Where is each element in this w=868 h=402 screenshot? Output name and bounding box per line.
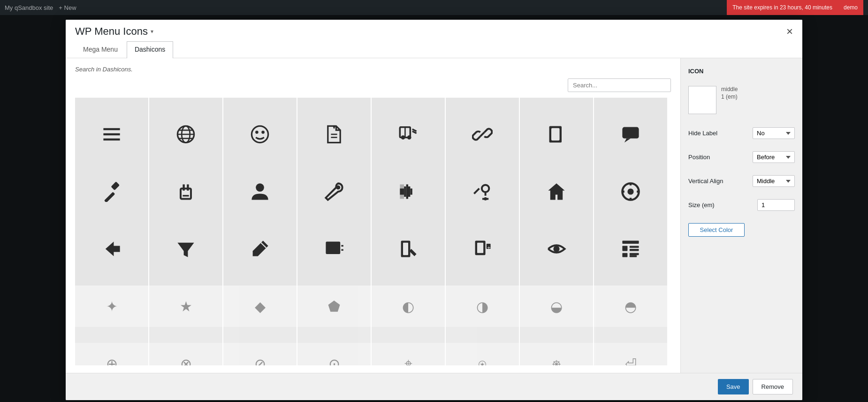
svg-point-8 [251, 126, 268, 142]
icon-preview-row: middle 1 (em) [688, 86, 795, 114]
save-button[interactable]: Save [718, 379, 749, 394]
svg-point-10 [261, 131, 265, 134]
icon-cell-extra-9[interactable]: ⊗ [149, 327, 222, 365]
vertical-align-select[interactable]: Middle Top Bottom [753, 175, 795, 187]
vertical-align-label: Vertical Align [688, 178, 723, 185]
icon-cell-extra-8[interactable]: ⊕ [75, 327, 148, 365]
size-row: Size (em) [688, 199, 795, 211]
svg-rect-53 [326, 242, 340, 254]
svg-point-34 [256, 183, 264, 192]
user-label: demo [844, 4, 858, 11]
size-input[interactable] [757, 199, 795, 211]
modal-footer: Save Remove [66, 373, 802, 400]
modal-overlay: WP Menu Icons ▾ × Mega Menu Dashicons [0, 15, 868, 402]
svg-rect-28 [181, 188, 191, 199]
svg-rect-65 [630, 246, 639, 247]
modal-header: WP Menu Icons ▾ × Mega Menu Dashicons [66, 20, 802, 58]
panel-section-title: ICON [688, 68, 795, 75]
svg-rect-57 [403, 243, 408, 255]
svg-rect-68 [630, 253, 639, 255]
search-bar [75, 78, 671, 92]
modal-container: WP Menu Icons ▾ × Mega Menu Dashicons [66, 20, 802, 400]
svg-point-43 [484, 197, 487, 201]
icon-grid: +✦★◆⬟◐◑◒◓⊕⊗⊘⊙⌖⍟⎈⏎ [75, 98, 671, 365]
svg-marker-50 [106, 242, 120, 256]
expiry-notice: The site expires in 23 hours, 40 minutes… [727, 0, 863, 15]
search-input[interactable] [568, 78, 671, 92]
icon-cell-extra-14[interactable]: ⎈ [520, 327, 593, 365]
icon-cell-extra-10[interactable]: ⊘ [223, 327, 297, 365]
svg-marker-51 [177, 243, 194, 257]
search-hint: Search in Dashicons. [75, 66, 671, 73]
tabs-container: Mega Menu Dashicons [75, 41, 793, 58]
hide-label-label: Hide Label [688, 130, 717, 137]
svg-line-21 [480, 132, 485, 137]
position-select[interactable]: Before After [753, 151, 795, 163]
select-color-button[interactable]: Select Color [688, 223, 745, 237]
svg-rect-2 [103, 139, 120, 140]
svg-rect-0 [103, 128, 120, 130]
icon-cell-extra-11[interactable]: ⊙ [297, 327, 371, 365]
icon-grid-container: +✦★◆⬟◐◑◒◓⊕⊗⊘⊙⌖⍟⎈⏎ [75, 98, 671, 365]
position-row: Position Before After [688, 151, 795, 163]
select-color-row: Select Color [688, 223, 795, 237]
right-panel: ICON middle 1 (em) Hide Label No Yes [680, 58, 802, 373]
svg-text:+: + [487, 244, 491, 251]
svg-point-62 [553, 246, 559, 252]
hide-label-select[interactable]: No Yes [753, 127, 795, 139]
svg-rect-1 [103, 133, 120, 135]
icon-cell-extra-12[interactable]: ⌖ [372, 327, 445, 365]
svg-marker-25 [624, 139, 631, 143]
remove-button[interactable]: Remove [753, 379, 793, 394]
hide-label-row: Hide Label No Yes [688, 127, 795, 139]
modal-body: Search in Dashicons. +✦★◆⬟◐◑◒◓⊕⊗⊘⊙⌖⍟⎈⏎ I… [66, 58, 802, 373]
svg-rect-63 [622, 240, 639, 244]
svg-rect-67 [622, 253, 627, 257]
svg-rect-37 [400, 185, 404, 199]
icon-size-meta: 1 (em) [721, 93, 738, 100]
svg-rect-27 [111, 182, 120, 191]
icon-preview-box [688, 86, 716, 114]
svg-point-45 [627, 188, 633, 194]
svg-rect-23 [551, 128, 560, 140]
modal-title: WP Menu Icons ▾ [75, 25, 153, 41]
site-name: My qSandbox site [5, 4, 53, 11]
title-arrow: ▾ [151, 28, 153, 35]
tab-dashicons[interactable]: Dashicons [127, 41, 173, 58]
svg-point-35 [336, 186, 340, 190]
svg-rect-26 [104, 192, 115, 202]
svg-point-17 [407, 135, 411, 139]
icon-cell-extra-15[interactable]: ⏎ [594, 327, 667, 365]
svg-rect-69 [630, 255, 637, 257]
icon-cell-extra-13[interactable]: ⍟ [446, 327, 519, 365]
vertical-align-row: Vertical Align Middle Top Bottom [688, 175, 795, 187]
size-label: Size (em) [688, 201, 715, 209]
svg-point-9 [255, 131, 259, 134]
icon-area: Search in Dashicons. +✦★◆⬟◐◑◒◓⊕⊗⊘⊙⌖⍟⎈⏎ [66, 58, 680, 373]
icon-info: middle 1 (em) [721, 86, 738, 100]
icon-label: middle [721, 86, 738, 93]
svg-rect-64 [622, 246, 627, 251]
admin-bar: My qSandbox site + New The site expires … [0, 0, 868, 15]
new-link[interactable]: + New [59, 4, 76, 11]
admin-bar-left: My qSandbox site + New [5, 4, 76, 11]
svg-rect-59 [477, 243, 483, 253]
svg-rect-24 [622, 127, 639, 139]
close-button[interactable]: × [786, 26, 793, 41]
tab-mega-menu[interactable]: Mega Menu [75, 41, 126, 58]
position-label: Position [688, 154, 710, 161]
svg-rect-66 [630, 249, 639, 251]
svg-point-42 [482, 185, 489, 192]
